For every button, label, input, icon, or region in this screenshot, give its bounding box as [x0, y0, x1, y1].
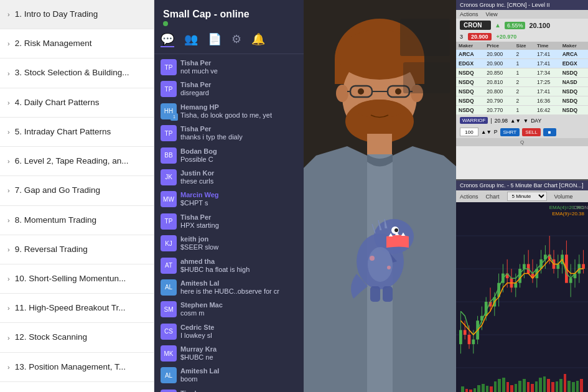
course-item-12[interactable]: ›12. Stock Scanning: [0, 323, 154, 352]
chat-msg-name: Amitesh Lal: [180, 279, 297, 287]
time-col: 17:41: [534, 59, 560, 68]
course-item-3[interactable]: ›3. Stock Selection & Building...: [0, 58, 154, 88]
chat-files-icon[interactable]: 📄: [208, 32, 222, 47]
chat-msg-name: Tisha Per: [180, 59, 297, 67]
course-list: ›1. Intro to Day Trading›2. Risk Managem…: [0, 0, 154, 392]
course-item-8[interactable]: ›8. Momentum Trading: [0, 206, 154, 235]
course-item-1[interactable]: ›1. Intro to Day Trading: [0, 0, 154, 29]
short-button[interactable]: SHRT: [500, 128, 520, 136]
course-item-2[interactable]: ›2. Risk Management: [0, 29, 154, 58]
chat-message: ALAmitesh Lalboom: [161, 367, 297, 384]
course-item-label: 5. Intraday Chart Patterns: [15, 126, 111, 138]
volume-bar: [567, 381, 571, 392]
level2-actions-menu[interactable]: Actions: [460, 11, 478, 17]
chat-avatar: TP: [161, 59, 177, 75]
chat-message: MWMarcin Weg$CHPT s: [161, 191, 297, 208]
col-time: Time: [534, 42, 560, 50]
cron-chart-label: CRON: [573, 205, 588, 210]
course-item-label: 10. Short-Selling Momentun...: [15, 273, 126, 284]
maker-left: NSDQ: [456, 78, 484, 87]
maker-left: NSDQ: [456, 68, 484, 78]
ticker-symbol[interactable]: CRON: [460, 21, 491, 30]
chat-msg-name: Marcin Weg: [180, 191, 297, 198]
svg-rect-65: [518, 269, 521, 283]
chat-msg-text: $HUBC ha float is high: [180, 265, 297, 274]
chat-notifications-icon[interactable]: 🔔: [251, 32, 265, 47]
chart-title-bar: Cronos Group Inc. - 5 Minute Bar Chart […: [456, 180, 588, 190]
chevron-icon: ›: [7, 99, 10, 106]
volume-bar: [502, 378, 505, 392]
chart-menu[interactable]: Chart: [486, 194, 500, 200]
chat-avatar: TL: [161, 390, 177, 392]
chat-msg-name: Bodan Bog: [180, 147, 297, 155]
chat-message: JKJustin Korthese curls: [161, 169, 297, 186]
chevron-icon: ›: [7, 304, 10, 312]
course-item-10[interactable]: ›10. Short-Selling Momentun...: [0, 264, 154, 294]
chart-menu-bar: Actions Chart 5 Minute 1 Minute 15 Minut…: [456, 190, 588, 202]
svg-rect-29: [400, 19, 450, 56]
order-type: ▼: [523, 118, 528, 124]
chat-avatar: MK: [161, 345, 177, 362]
volume-bar: [551, 382, 554, 392]
maker-right: NSDQ: [560, 68, 588, 78]
size-col: 1: [514, 68, 534, 78]
svg-point-23: [394, 228, 398, 232]
course-item-label: 12. Stock Scanning: [15, 332, 87, 343]
warrior-badge: WARRIOF: [460, 117, 488, 124]
maker-left: NSDQ: [456, 96, 484, 106]
chat-members-icon[interactable]: 👥: [184, 32, 198, 47]
chat-message: TPTisha Perdisregard: [161, 81, 297, 98]
chart-panel: Cronos Group Inc. - 5 Minute Bar Chart […: [456, 180, 588, 392]
chat-message: TPTisha PerHPX starting: [161, 213, 297, 230]
order-price-val: 20.98: [495, 118, 508, 124]
chat-msg-content: ahmed tha$HUBC ha float is high: [180, 258, 297, 274]
chart-actions[interactable]: Actions: [460, 194, 478, 200]
chat-title: Small Cap - online: [154, 0, 304, 20]
chat-msg-text: cosm m: [180, 309, 297, 318]
course-item-7[interactable]: ›7. Gap and Go Trading: [0, 176, 154, 205]
chat-msg-text: boom: [180, 375, 297, 384]
chat-msg-content: Marcin Weg$CHPT s: [180, 191, 297, 208]
chat-message: ALAmitesh Lalhere is the HUBC..observe f…: [161, 279, 297, 296]
col-price: Price: [484, 42, 513, 50]
course-item-6[interactable]: ›6. Level 2, Tape Reading, an...: [0, 147, 154, 176]
course-item-4[interactable]: ›4. Daily Chart Patterns: [0, 88, 154, 118]
maker-right: EDGX: [560, 59, 588, 68]
level2-row: EDGX 20.900 1 17:41 EDGX: [456, 59, 588, 68]
buy-button[interactable]: ■: [543, 128, 556, 136]
sell-button[interactable]: SELL: [522, 128, 541, 136]
chat-avatar: TP: [161, 125, 177, 141]
chat-message: TPTisha Perthanks i typ the dialy: [161, 125, 297, 142]
chat-msg-content: Tisha Perdisregard: [180, 81, 297, 98]
maker-left: ARCA: [456, 50, 484, 59]
level2-row: NSDQ 20.810 2 17:25 NASD: [456, 78, 588, 87]
course-item-13.5[interactable]: ›from Loss: [0, 382, 154, 392]
chat-avatar: AL: [161, 279, 177, 296]
course-item-label: 3. Stock Selection & Building...: [15, 67, 129, 78]
chart-title: Cronos Group Inc. - 5 Minute Bar Chart […: [460, 182, 584, 189]
course-item-13[interactable]: ›13. Position Management, T...: [0, 353, 154, 382]
svg-rect-39: [464, 330, 467, 335]
svg-point-6: [336, 85, 348, 102]
chart-interval-select[interactable]: 5 Minute 1 Minute 15 Minute: [507, 192, 547, 201]
order-qty-input[interactable]: [460, 128, 478, 136]
volume-bar: [465, 389, 469, 392]
volume-bar: [543, 376, 546, 392]
course-item-11[interactable]: ›11. High-Speed Breakout Tr...: [0, 294, 154, 323]
chevron-icon: ›: [7, 128, 10, 136]
chat-msg-name: Tisha Per: [180, 213, 297, 221]
chat-msg-name: Hemang HP: [180, 103, 297, 111]
course-item-9[interactable]: ›9. Reversal Trading: [0, 235, 154, 264]
level2-view-menu[interactable]: View: [486, 11, 498, 17]
chat-msg-name: Murray Kra: [180, 345, 297, 353]
chat-messages-icon[interactable]: 💬: [161, 32, 174, 47]
chat-msg-content: Hemang HPTisha, do look good to me, yet: [180, 103, 297, 120]
chat-avatar: MW: [161, 191, 177, 207]
ticker-up-arrow: ▲: [495, 22, 501, 29]
chat-msg-text: I lowkey sl: [180, 331, 297, 340]
chat-settings-icon[interactable]: ⚙: [231, 32, 241, 47]
course-item-5[interactable]: ›5. Intraday Chart Patterns: [0, 118, 154, 147]
volume-bar: [576, 381, 579, 392]
chat-messages-list: TPTisha Pernot much veTPTisha Perdisrega…: [154, 54, 304, 392]
size-col: 2: [514, 96, 534, 106]
